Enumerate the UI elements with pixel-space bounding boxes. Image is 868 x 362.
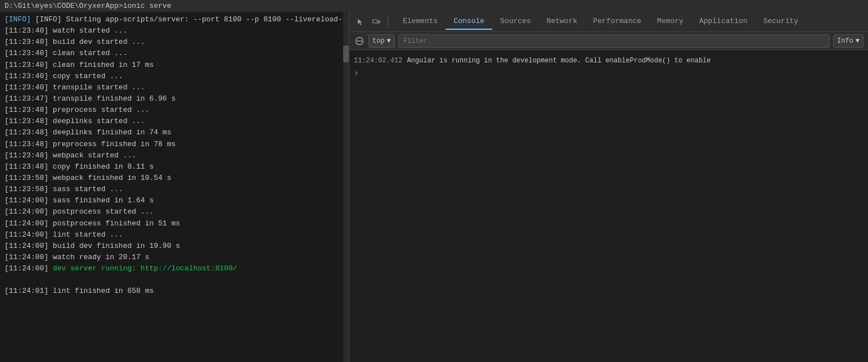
- timestamp: [11:24:00]: [5, 230, 48, 239]
- title-text: D:\Git\eyes\CODE\OryxerApp>ionic serve: [5, 2, 171, 10]
- timestamp: [11:23:48]: [5, 128, 48, 137]
- line-msg: lint started ...: [53, 230, 123, 239]
- line-msg: preprocess started ...: [53, 106, 150, 114]
- timestamp: [11:23:40]: [5, 61, 48, 69]
- info-label: Info: [837, 37, 853, 45]
- tab-memory[interactable]: Memory: [649, 13, 691, 30]
- green-msg: dev server running: http://localhost:810…: [53, 264, 237, 273]
- terminal-line: [11:23:40] transpile started ...: [0, 82, 349, 93]
- terminal-line: [11:24:00] watch ready in 20.17 s: [0, 252, 349, 263]
- console-prompt[interactable]: ›: [349, 67, 868, 79]
- terminal-line: [0, 274, 349, 286]
- line-msg: build dev finished in 19.90 s: [53, 242, 180, 250]
- terminal-line: [11:24:00] postprocess finished in 51 ms: [0, 218, 349, 229]
- line-msg: deeplinks started ...: [53, 117, 145, 125]
- timestamp: [11:23:40]: [5, 26, 48, 35]
- timestamp: [11:24:00]: [5, 219, 48, 228]
- tab-application[interactable]: Application: [691, 13, 755, 30]
- info-select[interactable]: Info ▼: [833, 34, 863, 48]
- timestamp: [11:24:00]: [5, 242, 48, 250]
- console-timestamp: 11:24:02.412: [354, 56, 402, 66]
- svg-rect-0: [373, 20, 377, 23]
- terminal-lines-container: [11:23:40] watch started ...[11:23:40] b…: [0, 25, 349, 297]
- terminal-line: [11:23:47] transpile finished in 6.96 s: [0, 93, 349, 105]
- terminal-line: [11:23:58] webpack finished in 10.54 s: [0, 173, 349, 184]
- line-msg: postprocess started ...: [53, 207, 154, 216]
- line-msg: build dev started ...: [53, 38, 145, 46]
- line-msg: transpile started ...: [53, 83, 145, 92]
- tab-console[interactable]: Console: [446, 13, 492, 30]
- terminal-info-text: [INFO] Starting app-scripts/server: --po…: [35, 15, 349, 24]
- terminal-line: [11:23:48] webpack started ...: [0, 150, 349, 161]
- clear-console-btn[interactable]: [354, 35, 365, 47]
- main-layout: [INFO] [INFO] Starting app-scripts/serve…: [0, 12, 868, 362]
- tab-performance[interactable]: Performance: [585, 13, 649, 30]
- line-msg: postprocess finished in 51 ms: [53, 219, 180, 228]
- terminal-info-line: [INFO] [INFO] Starting app-scripts/serve…: [0, 14, 349, 25]
- terminal-scrollbar-thumb[interactable]: [343, 46, 349, 62]
- timestamp: [11:23:40]: [5, 83, 48, 92]
- cursor-icon-btn[interactable]: [354, 15, 367, 29]
- chevron-right-icon: ›: [354, 69, 358, 78]
- timestamp: [11:23:48]: [5, 162, 48, 171]
- terminal-line: [11:23:40] build dev started ...: [0, 37, 349, 48]
- timestamp: [11:24:00]: [5, 196, 48, 205]
- info-dropdown-icon: ▼: [856, 37, 860, 45]
- terminal-line: [11:24:00] sass finished in 1.64 s: [0, 195, 349, 206]
- line-msg: copy finished in 8.11 s: [53, 162, 154, 171]
- line-msg: webpack started ...: [53, 151, 136, 160]
- timestamp: [11:23:40]: [5, 38, 48, 46]
- timestamp: [11:23:48]: [5, 151, 48, 160]
- line-msg: sass finished in 1.64 s: [53, 196, 154, 205]
- level-label: top: [372, 37, 385, 45]
- tab-elements[interactable]: Elements: [395, 13, 446, 30]
- line-msg: deeplinks finished in 74 ms: [53, 128, 172, 137]
- line-msg: watch started ...: [53, 26, 128, 35]
- line-msg: lint finished in 658 ms: [53, 287, 154, 295]
- timestamp: [11:24:01]: [5, 287, 48, 295]
- terminal-line: [11:23:48] deeplinks started ...: [0, 116, 349, 127]
- terminal-line: [11:23:48] deeplinks finished in 74 ms: [0, 127, 349, 138]
- line-msg: preprocess finished in 78 ms: [53, 140, 176, 148]
- level-dropdown-icon: ▼: [387, 37, 391, 45]
- line-msg: copy started ...: [53, 72, 123, 80]
- terminal-line: [11:23:40] copy started ...: [0, 71, 349, 82]
- timestamp: [11:24:00]: [5, 264, 48, 273]
- console-output: 11:24:02.412 Angular is running in the d…: [349, 50, 868, 362]
- timestamp: [11:23:58]: [5, 174, 48, 182]
- tab-security[interactable]: Security: [755, 13, 806, 30]
- timestamp: [11:24:00]: [5, 207, 48, 216]
- line-msg: sass started ...: [53, 185, 123, 193]
- line-msg: watch ready in 20.17 s: [53, 253, 150, 261]
- terminal-line: [11:24:01] lint finished in 658 ms: [0, 286, 349, 297]
- line-msg: transpile finished in 6.96 s: [53, 94, 176, 103]
- level-select[interactable]: top ▼: [368, 34, 395, 48]
- filter-input[interactable]: [398, 34, 830, 48]
- terminal-scrollbar[interactable]: [343, 12, 349, 362]
- terminal-line: [11:23:40] clean finished in 17 ms: [0, 60, 349, 71]
- info-badge: [INFO]: [5, 15, 35, 24]
- svg-rect-1: [378, 21, 380, 23]
- line-msg: webpack finished in 10.54 s: [53, 174, 172, 182]
- timestamp: [11:23:48]: [5, 117, 48, 125]
- terminal-line: [11:24:00] dev server running: http://lo…: [0, 263, 349, 274]
- terminal-pane: [INFO] [INFO] Starting app-scripts/serve…: [0, 12, 349, 362]
- tab-sources[interactable]: Sources: [492, 13, 539, 30]
- timestamp: [11:23:48]: [5, 106, 48, 114]
- terminal-line: [11:24:00] lint started ...: [0, 229, 349, 241]
- terminal-line: [11:24:00] build dev finished in 19.90 s: [0, 241, 349, 252]
- timestamp: [11:23:48]: [5, 140, 48, 148]
- device-toggle-btn[interactable]: [370, 15, 383, 29]
- tab-network[interactable]: Network: [539, 13, 586, 30]
- toolbar-divider: [388, 16, 388, 28]
- terminal-line: [11:23:58] sass started ...: [0, 184, 349, 195]
- timestamp: [11:23:58]: [5, 185, 48, 193]
- terminal-line: [11:24:00] postprocess started ...: [0, 206, 349, 218]
- line-msg: clean finished in 17 ms: [53, 61, 154, 69]
- timestamp: [11:23:40]: [5, 49, 48, 57]
- devtools-tabs: Elements Console Sources Network Perform…: [395, 13, 806, 30]
- devtools-controls: top ▼ Info ▼: [349, 32, 868, 50]
- console-log-line: 11:24:02.412 Angular is running in the d…: [349, 55, 868, 67]
- terminal-line: [11:23:40] watch started ...: [0, 25, 349, 37]
- terminal-line: [11:23:48] copy finished in 8.11 s: [0, 161, 349, 173]
